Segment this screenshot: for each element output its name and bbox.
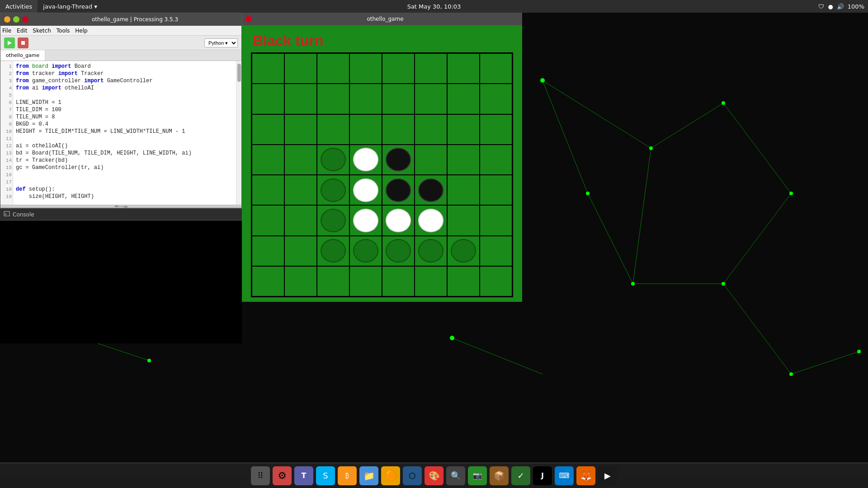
board-cell-0-6[interactable]	[447, 53, 480, 84]
board-cell-7-4[interactable]	[382, 266, 415, 296]
board-cell-5-1[interactable]	[284, 205, 317, 235]
board-cell-6-2[interactable]	[317, 236, 349, 266]
board-cell-1-7[interactable]	[480, 84, 512, 114]
stop-button[interactable]	[18, 38, 28, 48]
mode-selector[interactable]: Python ▾	[204, 38, 238, 47]
board-cell-4-7[interactable]	[480, 175, 512, 205]
jetbrains-icon[interactable]: J	[533, 466, 552, 485]
board-cell-4-1[interactable]	[284, 175, 317, 205]
board-cell-4-4[interactable]	[382, 175, 415, 205]
board-cell-5-3[interactable]	[349, 205, 382, 235]
scroll-handle[interactable]	[237, 64, 241, 82]
board-cell-3-1[interactable]	[284, 145, 317, 175]
board-cell-6-5[interactable]	[415, 236, 447, 266]
board-cell-6-0[interactable]	[252, 236, 284, 266]
activities-button[interactable]: Activities	[0, 0, 38, 13]
teams-icon[interactable]: T	[294, 466, 313, 485]
menu-file[interactable]: File	[2, 28, 11, 34]
board-cell-6-6[interactable]	[447, 236, 480, 266]
vscode-icon[interactable]: ⌨	[555, 466, 574, 485]
board-cell-1-2[interactable]	[317, 84, 349, 114]
board-cell-0-4[interactable]	[382, 53, 415, 84]
board-cell-5-5[interactable]	[415, 205, 447, 235]
board-cell-3-7[interactable]	[480, 145, 512, 175]
board-cell-7-6[interactable]	[447, 266, 480, 296]
board-cell-4-5[interactable]	[415, 175, 447, 205]
board-cell-0-0[interactable]	[252, 53, 284, 84]
close-button[interactable]	[22, 16, 28, 23]
menu-tools[interactable]: Tools	[57, 28, 70, 34]
media-player-icon[interactable]: ▶	[598, 466, 617, 485]
board-cell-2-5[interactable]	[415, 114, 447, 145]
firefox-icon[interactable]: 🦊	[576, 466, 595, 485]
game-close-button[interactable]	[245, 16, 252, 22]
code-area[interactable]: 12345 678910 1112131415 16171819 from bo…	[0, 61, 241, 205]
board-cell-5-4[interactable]	[382, 205, 415, 235]
board-cell-0-5[interactable]	[415, 53, 447, 84]
board-cell-6-1[interactable]	[284, 236, 317, 266]
board-cell-3-4[interactable]	[382, 145, 415, 175]
app-indicator[interactable]: java-lang-Thread ▾	[38, 0, 103, 13]
magnifier-icon[interactable]: 🔍	[446, 466, 465, 485]
board-cell-4-0[interactable]	[252, 175, 284, 205]
menu-help[interactable]: Help	[75, 28, 87, 34]
game-board-area[interactable]: Black turn	[242, 25, 522, 302]
code-editor[interactable]: from board import Board from tracker imp…	[13, 61, 236, 205]
board-cell-5-0[interactable]	[252, 205, 284, 235]
graphics-icon[interactable]: 🎨	[425, 466, 443, 485]
board-cell-1-0[interactable]	[252, 84, 284, 114]
board-cell-5-6[interactable]	[447, 205, 480, 235]
board-cell-6-4[interactable]	[382, 236, 415, 266]
board-cell-1-4[interactable]	[382, 84, 415, 114]
minimize-button[interactable]	[4, 16, 10, 23]
board-cell-5-2[interactable]	[317, 205, 349, 235]
board-cell-2-4[interactable]	[382, 114, 415, 145]
board-cell-3-3[interactable]	[349, 145, 382, 175]
checklist-icon[interactable]: ✓	[511, 466, 530, 485]
board-cell-6-7[interactable]	[480, 236, 512, 266]
board-cell-3-2[interactable]	[317, 145, 349, 175]
board-cell-7-0[interactable]	[252, 266, 284, 296]
board-cell-5-7[interactable]	[480, 205, 512, 235]
board-cell-2-1[interactable]	[284, 114, 317, 145]
menu-edit[interactable]: Edit	[17, 28, 27, 34]
board-cell-0-7[interactable]	[480, 53, 512, 84]
board-cell-3-0[interactable]	[252, 145, 284, 175]
board-cell-1-3[interactable]	[349, 84, 382, 114]
board-cell-1-6[interactable]	[447, 84, 480, 114]
archive-icon[interactable]: 📦	[490, 466, 509, 485]
menu-sketch[interactable]: Sketch	[33, 28, 51, 34]
board-cell-2-0[interactable]	[252, 114, 284, 145]
board-cell-3-6[interactable]	[447, 145, 480, 175]
board-cell-7-2[interactable]	[317, 266, 349, 296]
board-cell-4-3[interactable]	[349, 175, 382, 205]
settings-icon[interactable]: ⚙	[273, 466, 292, 485]
blender-icon[interactable]: ⬡	[403, 466, 422, 485]
board-cell-0-1[interactable]	[284, 53, 317, 84]
board-cell-3-5[interactable]	[415, 145, 447, 175]
board-cell-2-2[interactable]	[317, 114, 349, 145]
greenshot-icon[interactable]: 📷	[468, 466, 487, 485]
board-cell-7-3[interactable]	[349, 266, 382, 296]
ide-scrollbar[interactable]	[236, 61, 241, 205]
board-cell-0-2[interactable]	[317, 53, 349, 84]
board-cell-2-3[interactable]	[349, 114, 382, 145]
board-cell-7-1[interactable]	[284, 266, 317, 296]
board-cell-2-7[interactable]	[480, 114, 512, 145]
board-cell-7-7[interactable]	[480, 266, 512, 296]
board-cell-4-6[interactable]	[447, 175, 480, 205]
board-cell-4-2[interactable]	[317, 175, 349, 205]
board-cell-1-5[interactable]	[415, 84, 447, 114]
board-cell-7-5[interactable]	[415, 266, 447, 296]
maximize-button[interactable]	[13, 16, 19, 23]
board-cell-1-1[interactable]	[284, 84, 317, 114]
tab-othello-game[interactable]: othello_game	[0, 50, 45, 61]
skype-icon[interactable]: S	[316, 466, 335, 485]
apps-grid-icon[interactable]: ⠿	[251, 466, 270, 485]
bitcoin-icon[interactable]: ₿	[338, 466, 357, 485]
vlc-icon[interactable]: 🟠	[381, 466, 400, 485]
board-cell-0-3[interactable]	[349, 53, 382, 84]
board-cell-2-6[interactable]	[447, 114, 480, 145]
othello-board[interactable]	[251, 52, 513, 297]
board-cell-6-3[interactable]	[349, 236, 382, 266]
